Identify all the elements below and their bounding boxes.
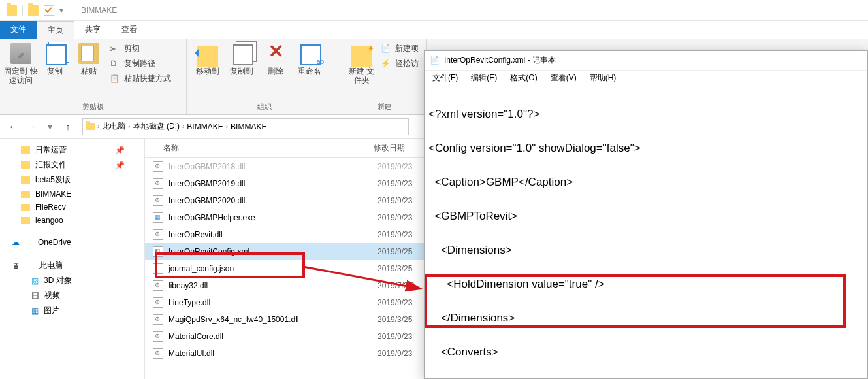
- folder-icon: [86, 123, 95, 130]
- sidebar-item[interactable]: FileRecv: [0, 201, 144, 214]
- newitem-icon: [381, 44, 391, 54]
- breadcrumb-seg-pc: 此电脑›: [102, 121, 131, 132]
- breadcrumb-seg-folder1: BIMMAKE›: [187, 122, 229, 131]
- menu-format[interactable]: 格式(O): [505, 71, 542, 85]
- header-date[interactable]: 修改日期: [374, 142, 405, 154]
- breadcrumb-seg-drive: 本地磁盘 (D:)›: [133, 121, 186, 132]
- dll-icon: [153, 297, 163, 308]
- notepad-window: 📄 InterOpRevitConfig.xml - 记事本 文件(F) 编辑(…: [424, 50, 868, 379]
- back-button[interactable]: ←: [5, 119, 21, 135]
- open-icon[interactable]: [28, 5, 39, 16]
- xml-icon: [153, 246, 163, 257]
- sidebar-videos[interactable]: 🎞视频: [0, 288, 144, 303]
- paste-icon: [78, 43, 99, 64]
- group-organize-label: 组织: [187, 101, 342, 114]
- copypath-icon: [110, 59, 120, 69]
- window-title: BIMMAKE: [76, 6, 117, 15]
- rename-icon: [300, 44, 321, 65]
- notepad-textarea[interactable]: <?xml version="1.0"?> <Config version="1…: [425, 86, 867, 379]
- copyto-icon: [233, 44, 253, 65]
- menu-file[interactable]: 文件(F): [427, 71, 463, 85]
- recent-dropdown[interactable]: ▾: [42, 119, 57, 135]
- delete-icon: [265, 43, 286, 64]
- moveto-icon: [197, 46, 218, 67]
- newfolder-icon: [351, 46, 372, 67]
- json-icon: [153, 263, 163, 274]
- dll-icon: [153, 178, 163, 189]
- header-name[interactable]: 名称: [145, 142, 374, 154]
- sidebar-item[interactable]: beta5发版: [0, 173, 144, 188]
- up-button[interactable]: ↑: [60, 119, 76, 135]
- scissors-icon: [110, 44, 120, 54]
- tab-share[interactable]: 共享: [74, 21, 111, 39]
- dll-icon: [153, 161, 163, 172]
- exe-icon: [153, 212, 163, 223]
- rename-button[interactable]: 重命名: [293, 42, 327, 76]
- dll-icon: [153, 314, 163, 325]
- copy-button[interactable]: 复制: [38, 42, 72, 76]
- sidebar-item[interactable]: 日常运营📌: [0, 142, 144, 157]
- copyto-button[interactable]: 复制到: [225, 42, 259, 76]
- dll-icon: [153, 195, 163, 206]
- ribbon-tabs: 文件 主页 共享 查看: [0, 21, 868, 39]
- menu-edit[interactable]: 编辑(E): [466, 71, 502, 85]
- easyaccess-icon: [381, 59, 391, 69]
- dll-icon: [153, 280, 163, 291]
- sidebar: 日常运营📌 汇报文件📌 beta5发版 BIMMAKE FileRecv lea…: [0, 139, 145, 379]
- cut-button[interactable]: 剪切: [110, 43, 171, 54]
- pasteshortcut-button[interactable]: 粘贴快捷方式: [110, 73, 171, 84]
- copy-icon: [46, 44, 67, 65]
- paste-button[interactable]: 粘贴: [72, 42, 106, 76]
- folder-icon[interactable]: [7, 5, 17, 16]
- sidebar-pictures[interactable]: ▦图片: [0, 303, 144, 318]
- forward-button[interactable]: →: [24, 119, 39, 135]
- easyaccess-button[interactable]: 轻松访: [381, 58, 419, 69]
- menu-view[interactable]: 查看(V): [545, 71, 582, 85]
- tab-file[interactable]: 文件: [0, 21, 37, 39]
- pin-icon: [10, 43, 31, 64]
- sidebar-item[interactable]: leangoo: [0, 214, 144, 227]
- dll-icon: [153, 331, 163, 342]
- notepad-menubar: 文件(F) 编辑(E) 格式(O) 查看(V) 帮助(H): [425, 71, 867, 86]
- sidebar-item[interactable]: 汇报文件📌: [0, 157, 144, 173]
- delete-button[interactable]: 删除: [259, 42, 293, 76]
- notepad-titlebar[interactable]: 📄 InterOpRevitConfig.xml - 记事本: [425, 51, 867, 71]
- newitem-button[interactable]: 新建项: [381, 43, 419, 54]
- group-clipboard-label: 剪贴板: [0, 101, 186, 114]
- sidebar-item[interactable]: BIMMAKE: [0, 188, 144, 201]
- dll-icon: [153, 348, 163, 359]
- tab-home[interactable]: 主页: [37, 21, 74, 39]
- copypath-button[interactable]: 复制路径: [110, 58, 171, 69]
- notepad-title: InterOpRevitConfig.xml - 记事本: [444, 55, 556, 66]
- pin-button[interactable]: 固定到 快速访问: [4, 42, 38, 85]
- dll-icon: [153, 229, 163, 240]
- sidebar-3dobjects[interactable]: ▧3D 对象: [0, 273, 144, 288]
- breadcrumb-seg-folder2: BIMMAKE: [231, 122, 266, 131]
- titlebar: ▾ BIMMAKE: [0, 0, 868, 21]
- address-bar[interactable]: › 此电脑› 本地磁盘 (D:)› BIMMAKE› BIMMAKE: [82, 118, 409, 135]
- pasteshortcut-icon: [110, 74, 120, 84]
- tab-view[interactable]: 查看: [111, 21, 148, 39]
- notepad-icon: 📄: [430, 56, 440, 66]
- check-icon[interactable]: [44, 5, 54, 16]
- moveto-button[interactable]: 移动到: [191, 42, 225, 76]
- menu-help[interactable]: 帮助(H): [585, 71, 622, 85]
- sidebar-thispc[interactable]: 此电脑: [0, 258, 144, 273]
- group-new-label: 新建: [342, 101, 426, 114]
- newfolder-button[interactable]: 新建 文件夹: [346, 42, 377, 85]
- quick-access-toolbar: ▾: [0, 5, 76, 16]
- sidebar-onedrive[interactable]: OneDrive: [0, 236, 144, 249]
